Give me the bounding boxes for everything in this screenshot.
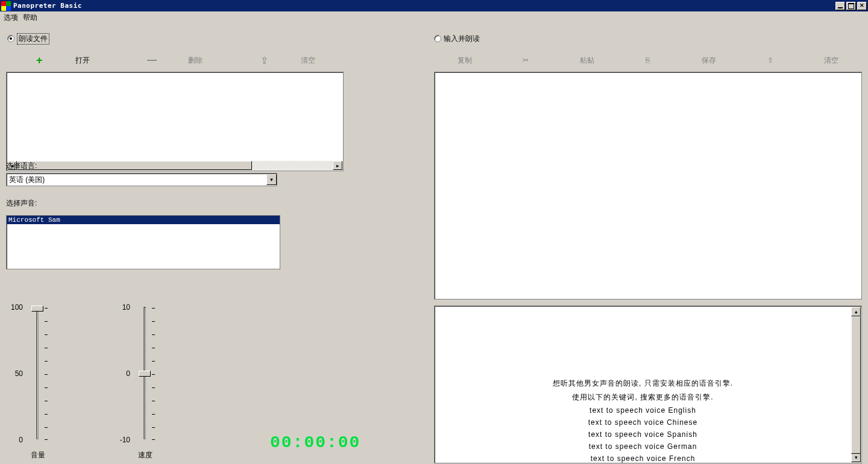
open-button[interactable]: + 打开 xyxy=(6,51,119,69)
volume-min-label: 0 xyxy=(6,436,23,444)
app-icon xyxy=(1,1,11,11)
volume-caption: 音量 xyxy=(11,450,65,460)
delete-button[interactable]: — 删除 xyxy=(119,51,231,69)
window-title: Panopreter Basic xyxy=(13,2,82,10)
insert-button[interactable]: ⎘ xyxy=(617,51,678,69)
choose-voice-label: 选择声音: xyxy=(6,198,37,208)
info-keyword: text to speech voice English xyxy=(590,406,696,415)
paste-label: 粘贴 xyxy=(580,55,594,66)
clear-right-button[interactable]: 清空 xyxy=(801,51,862,69)
save-label: 保存 xyxy=(702,55,716,66)
timer-display: 00:00:00 xyxy=(270,433,360,452)
info-keyword: text to speech voice French xyxy=(591,454,696,463)
insert-icon: ⎘ xyxy=(646,56,650,64)
info-keyword: text to speech voice German xyxy=(589,442,697,451)
speed-slider-thumb[interactable] xyxy=(139,371,151,377)
mode-type-and-read-label: 输入并朗读 xyxy=(444,34,480,44)
maximize-button[interactable] xyxy=(846,2,856,10)
minus-icon: — xyxy=(147,55,157,65)
minimize-button[interactable] xyxy=(835,2,845,10)
language-combo[interactable]: 英语 (美国) ▼ xyxy=(6,173,277,186)
copy-button[interactable]: 复制 xyxy=(434,51,495,69)
choose-language-label: 选择语言: xyxy=(6,161,37,171)
copy-label: 复制 xyxy=(458,55,472,66)
info-line: 使用以下的关键词, 搜索更多的语音引擎. xyxy=(572,392,713,403)
clear-right-label: 清空 xyxy=(824,55,838,66)
open-label: 打开 xyxy=(75,55,90,66)
radio-icon xyxy=(7,35,14,42)
mode-type-and-read[interactable]: 输入并朗读 xyxy=(434,33,480,44)
plus-icon: + xyxy=(34,55,44,65)
clear-left-button[interactable]: ⇪ 清空 xyxy=(231,51,344,69)
mode-read-files-label: 朗读文件 xyxy=(17,33,49,45)
cut-icon: ✂ xyxy=(523,56,529,64)
scroll-up-button[interactable]: ▴ xyxy=(851,307,861,316)
menu-bar: 选项 帮助 xyxy=(0,11,868,24)
info-line: 想听其他男女声音的朗读, 只需安装相应的语音引擎. xyxy=(553,378,733,389)
left-toolbar: + 打开 — 删除 ⇪ 清空 xyxy=(6,51,344,69)
content-area: 朗读文件 输入并朗读 + 打开 — 删除 ⇪ 清空 ◂ ▸ xyxy=(0,24,868,464)
speed-caption: 速度 xyxy=(118,450,172,460)
info-keyword: text to speech voice Spanish xyxy=(588,430,697,439)
radio-icon xyxy=(434,35,441,42)
mode-read-files[interactable]: 朗读文件 xyxy=(7,33,49,44)
slider-track xyxy=(36,307,39,439)
speed-min-label: -10 xyxy=(113,436,130,444)
volume-slider-thumb[interactable] xyxy=(31,306,43,312)
info-panel: 想听其他男女声音的朗读, 只需安装相应的语音引擎. 使用以下的关键词, 搜索更多… xyxy=(434,306,862,463)
export-icon: ⇪ xyxy=(260,55,269,65)
menu-options[interactable]: 选项 xyxy=(4,13,18,23)
volume-mid-label: 50 xyxy=(6,369,23,378)
export-icon: ⇪ xyxy=(767,56,773,64)
voice-list-item[interactable]: Microsoft Sam xyxy=(7,216,280,224)
speed-mid-label: 0 xyxy=(113,369,130,378)
delete-label: 删除 xyxy=(188,55,203,66)
voice-list[interactable]: Microsoft Sam xyxy=(6,215,280,269)
cut-button[interactable]: ✂ xyxy=(495,51,556,69)
paste-button[interactable]: 粘贴 xyxy=(556,51,617,69)
clear-left-label: 清空 xyxy=(301,55,315,66)
scrollbar-thumb[interactable] xyxy=(17,161,252,170)
volume-max-label: 100 xyxy=(6,303,23,312)
info-keyword: text to speech voice Chinese xyxy=(588,418,697,427)
title-bar: Panopreter Basic xyxy=(0,0,868,11)
info-content: 想听其他男女声音的朗读, 只需安装相应的语音引擎. 使用以下的关键词, 搜索更多… xyxy=(435,307,851,462)
scroll-right-button[interactable]: ▸ xyxy=(333,161,342,170)
chevron-down-icon[interactable]: ▼ xyxy=(266,174,277,185)
file-list[interactable]: ◂ ▸ xyxy=(6,72,344,171)
close-button[interactable] xyxy=(857,2,867,10)
language-combo-value: 英语 (美国) xyxy=(7,175,266,185)
vertical-scrollbar[interactable]: ▴ ▾ xyxy=(851,307,861,462)
horizontal-scrollbar[interactable]: ◂ ▸ xyxy=(7,161,342,170)
text-input-area[interactable] xyxy=(434,72,862,299)
menu-help[interactable]: 帮助 xyxy=(23,13,37,23)
scroll-down-button[interactable]: ▾ xyxy=(851,453,861,462)
export-right-button[interactable]: ⇪ xyxy=(740,51,800,69)
save-button[interactable]: 保存 xyxy=(679,51,740,69)
speed-max-label: 10 xyxy=(113,303,130,312)
right-toolbar: 复制 ✂ 粘贴 ⎘ 保存 ⇪ 清空 xyxy=(434,51,862,69)
scrollbar-thumb[interactable] xyxy=(851,316,861,454)
